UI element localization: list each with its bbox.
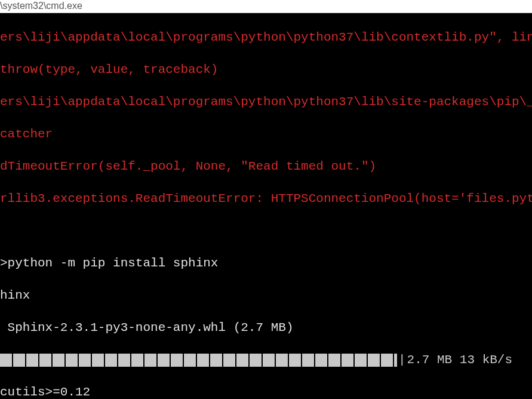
wheel-line: Sphinx-2.3.1-py3-none-any.whl (2.7 MB)	[0, 320, 532, 336]
error-line: catcher	[0, 126, 532, 142]
command-line: >python -m pip install sphinx	[0, 255, 532, 271]
error-line: rllib3.exceptions.ReadTimeoutError: HTTP…	[0, 191, 532, 207]
collecting-line: hinx	[0, 287, 532, 303]
terminal-output[interactable]: ers\liji\appdata\local\programs\python\p…	[0, 13, 532, 399]
error-line: ers\liji\appdata\local\programs\python\p…	[0, 94, 532, 110]
progress-stats: 2.7 MB 13 kB/s	[407, 352, 512, 368]
separator: |	[397, 352, 407, 368]
window-title: \system32\cmd.exe	[0, 1, 82, 11]
blank-line	[0, 223, 532, 239]
progress-bar	[0, 354, 397, 367]
error-line: dTimeoutError(self._pool, None, "Read ti…	[0, 158, 532, 174]
error-line: ers\liji\appdata\local\programs\python\p…	[0, 29, 532, 45]
window-titlebar: \system32\cmd.exe	[0, 0, 532, 13]
error-line: throw(type, value, traceback)	[0, 62, 532, 78]
collecting-line: cutils>=0.12	[0, 384, 532, 399]
progress-line: |2.7 MB 13 kB/s	[0, 352, 532, 368]
